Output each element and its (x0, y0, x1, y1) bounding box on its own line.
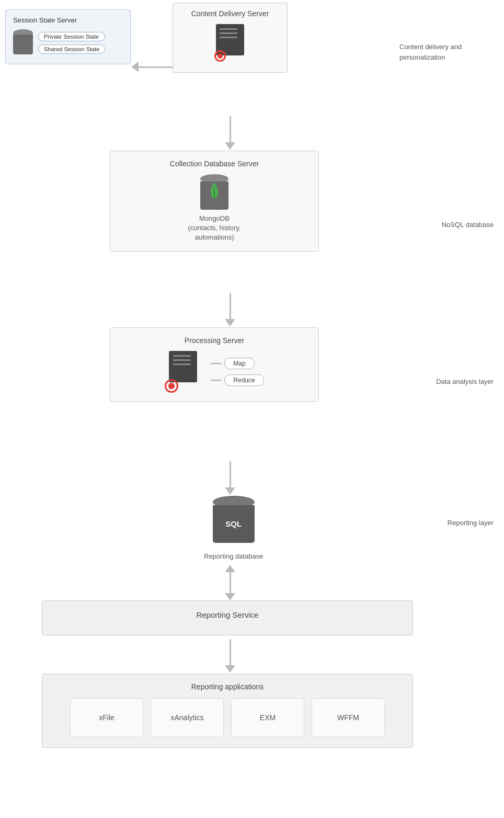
session-state-server-title: Session State Server (13, 16, 123, 24)
mongodb-leaf-icon (209, 181, 220, 200)
content-delivery-right-label: Content delivery and personalization (399, 42, 494, 62)
reporting-db-caption: Reporting database (204, 552, 263, 560)
sql-label: SQL (225, 519, 242, 528)
shared-session-state-label: Shared Session State (38, 44, 105, 54)
app-cards-container: xFile xAnalytics EXM WFFM (50, 698, 405, 737)
collection-db-title: Collection Database Server (170, 160, 259, 168)
arrow-cds-to-sss (131, 62, 173, 72)
reporting-layer-right-label: Reporting layer (448, 518, 494, 528)
reporting-apps-title: Reporting applications (50, 683, 405, 691)
diagram-container: Session State Server Private Session Sta… (0, 0, 504, 818)
app-card-exm: EXM (231, 698, 304, 737)
reporting-service-box: Reporting Service (42, 600, 413, 635)
app-card-xfile: xFile (70, 698, 143, 737)
session-db-icon (13, 29, 33, 56)
nosql-right-label: NoSQL database (442, 220, 494, 230)
private-session-state-label: Private Session State (38, 32, 105, 41)
arrow-cds-down (225, 116, 235, 150)
reporting-service-title: Reporting Service (50, 610, 405, 619)
reporting-apps-box: Reporting applications xFile xAnalytics … (42, 674, 413, 748)
map-reduce-container: Map Reduce (211, 358, 264, 386)
reduce-label: Reduce (224, 374, 264, 386)
mongodb-icon (200, 174, 228, 210)
arrow-colldb-down (225, 293, 235, 326)
collection-db-server-box: Collection Database Server MongoDB(conta… (110, 151, 319, 252)
content-delivery-server-icon (214, 24, 246, 62)
arrow-sql-bidir (225, 565, 235, 600)
arrow-rs-down (225, 639, 235, 673)
sql-cylinder-icon: SQL (213, 496, 255, 548)
data-analysis-right-label: Data analysis layer (436, 377, 494, 387)
processing-content: Map Reduce (121, 351, 308, 393)
mongodb-label: MongoDB(contacts, history,automations) (188, 214, 241, 243)
session-state-server-box: Session State Server Private Session Sta… (5, 9, 131, 64)
session-labels: Private Session State Shared Session Sta… (38, 32, 105, 54)
processing-server-box: Processing Server Map (110, 327, 319, 402)
content-delivery-server-box: Content Delivery Server (173, 3, 288, 73)
arrow-proc-down (225, 461, 235, 495)
processing-server-icon (165, 351, 201, 393)
app-card-xanalytics: xAnalytics (151, 698, 224, 737)
sql-db-container: SQL Reporting database (204, 496, 263, 560)
processing-server-title: Processing Server (121, 336, 308, 345)
app-card-wffm: WFFM (312, 698, 385, 737)
map-label: Map (224, 358, 254, 369)
content-delivery-title: Content Delivery Server (191, 9, 269, 18)
